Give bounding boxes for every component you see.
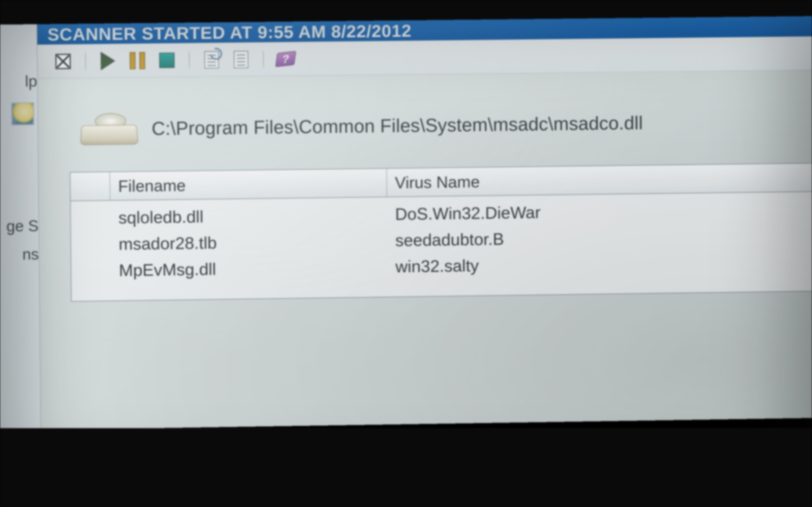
toolbar-separator (85, 51, 86, 71)
row-filename: MpEvMsg.dll (111, 255, 388, 282)
row-virus: seedadubtor.B (388, 223, 812, 252)
row-icon-cell (71, 268, 111, 273)
table-body: sqloledb.dll DoS.Win32.DieWar msador28.t… (71, 191, 812, 301)
log-icon (234, 50, 249, 68)
stop-icon (159, 52, 175, 68)
col-header-icon[interactable] (70, 172, 110, 201)
toolbar-separator (189, 50, 190, 70)
pin-icon (11, 102, 34, 125)
sidebar-fragment: lp (0, 67, 37, 96)
col-header-virus[interactable]: Virus Name (387, 163, 812, 196)
title-text: SCANNER STARTED AT 9:55 AM 8/22/2012 (47, 20, 412, 45)
sidebar-icon-slot (0, 95, 38, 133)
play-button[interactable] (96, 49, 119, 72)
results-table: Filename Virus Name sqloledb.dll DoS.Win… (70, 163, 812, 302)
report-icon (204, 51, 219, 68)
play-icon (101, 52, 115, 70)
close-icon (55, 54, 71, 69)
close-button[interactable] (52, 50, 74, 73)
main-panel: SCANNER STARTED AT 9:55 AM 8/22/2012 (37, 16, 812, 430)
scan-path: C:\Program Files\Common Files\System\msa… (151, 112, 643, 139)
toolbar-separator (263, 49, 264, 69)
pause-icon (130, 52, 145, 69)
sidebar-fragment: ns (0, 240, 39, 269)
help-icon: ? (275, 51, 296, 67)
log-button[interactable] (230, 48, 253, 71)
report-button[interactable] (200, 48, 223, 71)
pause-button[interactable] (126, 49, 149, 72)
scanner-window: lp ge S ns SCANNER STARTED AT 9:55 AM 8/… (0, 16, 812, 431)
sidebar-fragment: ge S (0, 212, 39, 240)
row-icon-cell (71, 216, 110, 221)
letterbox-bottom (0, 428, 812, 507)
row-filename: msador28.tlb (110, 228, 388, 256)
col-header-filename[interactable]: Filename (110, 169, 387, 200)
scan-path-area: C:\Program Files\Common Files\System\msa… (38, 70, 812, 172)
row-virus: win32.salty (388, 249, 812, 279)
help-button[interactable]: ? (274, 47, 297, 70)
drive-icon (81, 112, 138, 147)
stop-button[interactable] (155, 49, 178, 71)
row-filename: sqloledb.dll (110, 202, 388, 230)
row-icon-cell (71, 242, 111, 247)
sidebar: lp ge S ns (0, 24, 41, 431)
row-virus: DoS.Win32.DieWar (387, 196, 812, 226)
